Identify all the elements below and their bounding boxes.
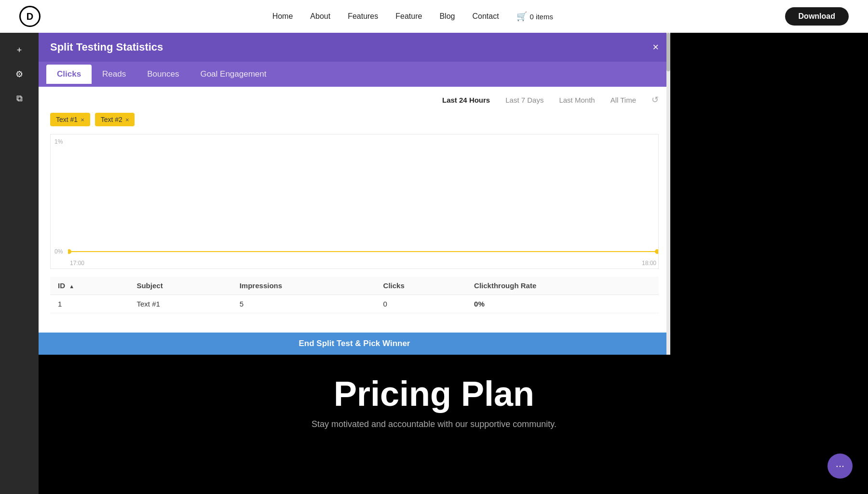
nav-feature[interactable]: Feature	[395, 12, 422, 21]
tag-text2[interactable]: Text #2 ×	[95, 113, 135, 126]
tag-text2-label: Text #2	[101, 116, 122, 123]
pricing-section: Pricing Plan Stay motivated and accounta…	[0, 355, 868, 429]
cell-impressions: 5	[232, 295, 376, 313]
modal-tabs: Clicks Reads Bounces Goal Engagement	[39, 62, 670, 87]
svg-point-1	[68, 249, 71, 254]
filter-all-time[interactable]: All Time	[610, 96, 636, 104]
tag-text2-remove[interactable]: ×	[125, 116, 129, 123]
layers-icon[interactable]: ⧉	[12, 91, 27, 106]
pricing-title: Pricing Plan	[0, 374, 868, 414]
tab-goal-engagement[interactable]: Goal Engagement	[190, 65, 277, 84]
modal-scrollbar[interactable]	[666, 33, 670, 355]
tab-bounces[interactable]: Bounces	[136, 65, 190, 84]
svg-point-2	[655, 249, 658, 254]
filter-last-month[interactable]: Last Month	[559, 96, 595, 104]
chat-bubble[interactable]: ···	[827, 454, 853, 479]
modal-scrollbar-thumb	[666, 33, 670, 71]
chart-y-top-label: 1%	[54, 138, 63, 145]
chart-line-area	[68, 134, 658, 255]
table-header-row: ID ▲ Subject Impressions Clicks Clickthr…	[50, 277, 659, 295]
end-split-test-button[interactable]: End Split Test & Pick Winner	[39, 333, 670, 355]
modal-panel: Split Testing Statistics × Clicks Reads …	[39, 33, 670, 355]
cell-subject: Text #1	[129, 295, 231, 313]
refresh-icon[interactable]: ↺	[651, 94, 659, 105]
col-subject: Subject	[129, 277, 231, 295]
table-container: ID ▲ Subject Impressions Clicks Clickthr…	[50, 277, 659, 313]
tags-row: Text #1 × Text #2 ×	[50, 113, 659, 126]
navbar: D Home About Features Feature Blog Conta…	[0, 0, 868, 33]
cart-count: 0 items	[530, 13, 553, 21]
col-id[interactable]: ID ▲	[50, 277, 129, 295]
tag-text1-remove[interactable]: ×	[81, 116, 84, 123]
nav-blog[interactable]: Blog	[439, 12, 455, 21]
chart-area: 1% 0% 17:00 18:00	[50, 134, 659, 269]
table-row: 1 Text #1 5 0 0%	[50, 295, 659, 313]
time-filter-row: Last 24 Hours Last 7 Days Last Month All…	[50, 94, 659, 105]
data-table: ID ▲ Subject Impressions Clicks Clickthr…	[50, 277, 659, 313]
cart-icon: 🛒	[516, 11, 527, 22]
gear-icon[interactable]: ⚙	[12, 67, 27, 82]
tag-text1[interactable]: Text #1 ×	[50, 113, 90, 126]
tag-text1-label: Text #1	[56, 116, 78, 123]
navbar-cart[interactable]: 🛒 0 items	[516, 11, 553, 22]
col-clicks: Clicks	[376, 277, 467, 295]
tab-reads[interactable]: Reads	[92, 65, 136, 84]
tab-clicks[interactable]: Clicks	[46, 65, 92, 84]
chart-svg	[68, 134, 658, 255]
modal-header: Split Testing Statistics ×	[39, 33, 670, 62]
filter-last-24-hours[interactable]: Last 24 Hours	[442, 96, 490, 104]
nav-about[interactable]: About	[310, 12, 330, 21]
col-impressions: Impressions	[232, 277, 376, 295]
cell-id: 1	[50, 295, 129, 313]
pricing-subtitle: Stay motivated and accountable with our …	[0, 419, 868, 429]
logo-icon[interactable]: D	[19, 6, 41, 27]
col-ctr: Clickthrough Rate	[466, 277, 659, 295]
nav-contact[interactable]: Contact	[472, 12, 499, 21]
nav-features[interactable]: Features	[348, 12, 378, 21]
nav-home[interactable]: Home	[272, 12, 293, 21]
modal-body: Last 24 Hours Last 7 Days Last Month All…	[39, 87, 670, 355]
chart-y-bottom-label: 0%	[54, 248, 63, 255]
filter-last-7-days[interactable]: Last 7 Days	[505, 96, 543, 104]
modal-title: Split Testing Statistics	[50, 41, 163, 53]
sidebar-strip: + ⚙ ⧉	[0, 33, 39, 494]
chart-x-label-start: 17:00	[70, 260, 84, 267]
plus-icon[interactable]: +	[12, 42, 27, 58]
sort-arrow-id: ▲	[69, 283, 74, 289]
chat-icon: ···	[836, 460, 844, 472]
cell-ctr: 0%	[466, 295, 659, 313]
navbar-right: Download	[785, 7, 849, 26]
navbar-links: Home About Features Feature Blog Contact…	[272, 11, 553, 22]
modal-close-button[interactable]: ×	[652, 41, 659, 53]
cell-clicks: 0	[376, 295, 467, 313]
chart-x-labels: 17:00 18:00	[68, 260, 658, 267]
download-button[interactable]: Download	[785, 7, 849, 26]
chart-x-label-end: 18:00	[642, 260, 656, 267]
navbar-logo: D	[19, 6, 41, 27]
